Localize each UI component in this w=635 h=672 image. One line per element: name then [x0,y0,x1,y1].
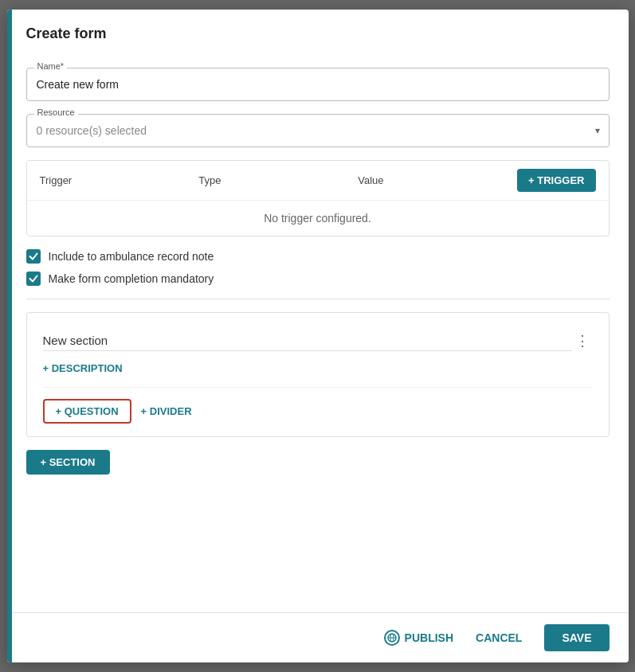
publish-label: PUBLISH [405,631,453,644]
add-divider-button[interactable]: + DIVIDER [141,405,192,417]
divider-btn-label: + DIVIDER [141,405,192,417]
resource-label: Resource [34,107,78,117]
globe-icon [387,633,397,643]
add-section-button[interactable]: + SECTION [26,450,110,475]
cancel-button[interactable]: CANCEL [463,625,535,651]
checkbox-group: Include to ambulance record note Make fo… [26,249,610,286]
section-title-row: ⋮ [43,329,593,353]
check-icon-2 [29,274,38,283]
modal-dialog: Create form Name* Resource 0 resource(s)… [7,10,629,662]
trigger-col-type: Type [198,174,358,186]
trigger-col-value: Value [358,174,517,186]
accent-bar [7,10,12,662]
name-label: Name* [34,61,68,71]
divider [26,299,610,299]
modal-title: Create form [26,25,107,41]
section-title-input[interactable] [43,330,572,351]
description-btn-label: + DESCRIPTION [43,362,123,374]
save-button[interactable]: SAVE [544,624,609,651]
modal-body: Name* Resource 0 resource(s) selected ▾ … [7,55,629,612]
cancel-label: CANCEL [476,631,522,644]
publish-icon [384,630,400,646]
add-trigger-button[interactable]: + TRIGGER [517,169,595,192]
section-card: ⋮ + DESCRIPTION + QUESTION + DIVIDER [26,312,610,437]
checkbox-row-1: Include to ambulance record note [26,249,610,264]
checkbox-mandatory[interactable] [26,272,41,286]
save-label: SAVE [562,631,591,644]
checkbox-row-2: Make form completion mandatory [26,272,610,286]
add-description-button[interactable]: + DESCRIPTION [43,362,593,374]
question-btn-label: + QUESTION [56,405,119,417]
resource-select[interactable]: 0 resource(s) selected [26,114,610,147]
section-actions: + QUESTION + DIVIDER [43,399,593,424]
section-inner-divider [43,387,593,388]
checkbox-ambulance-label: Include to ambulance record note [49,250,214,263]
checkbox-mandatory-label: Make form completion mandatory [49,272,214,285]
resource-field-group: Resource 0 resource(s) selected ▾ [26,114,610,147]
add-section-label: + SECTION [41,456,96,468]
trigger-section: Trigger Type Value + TRIGGER No trigger … [26,160,610,236]
check-icon [29,252,38,261]
add-question-button[interactable]: + QUESTION [43,399,131,424]
publish-button[interactable]: PUBLISH [384,630,453,646]
trigger-empty-message: No trigger configured. [27,201,609,236]
name-field-group: Name* [26,68,610,101]
modal-footer: PUBLISH CANCEL SAVE [7,612,629,662]
trigger-col-trigger: Trigger [40,174,199,186]
trigger-header: Trigger Type Value + TRIGGER [27,161,609,201]
modal-header: Create form [7,10,629,55]
name-input[interactable] [26,68,610,101]
section-menu-icon[interactable]: ⋮ [572,329,593,353]
checkbox-ambulance[interactable] [26,249,41,264]
